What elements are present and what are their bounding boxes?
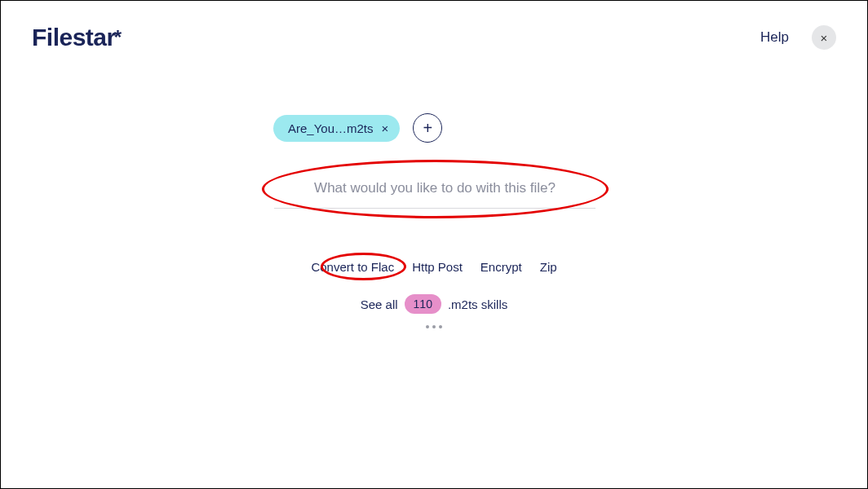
brand-star: * (114, 26, 122, 48)
skill-count-badge: 110 (405, 294, 441, 314)
command-input[interactable] (274, 170, 596, 209)
see-all-row[interactable]: See all 110 .m2ts skills (1, 294, 867, 314)
command-input-wrap (274, 170, 596, 209)
skill-encrypt[interactable]: Encrypt (480, 260, 522, 274)
skill-convert-to-flac[interactable]: Convert to Flac (311, 260, 394, 274)
close-button[interactable]: × (812, 25, 836, 50)
plus-icon: + (423, 119, 432, 138)
skill-http-post[interactable]: Http Post (412, 260, 463, 274)
see-all-suffix: .m2ts skills (448, 297, 507, 311)
file-chip-label: Are_You…m2ts (288, 121, 374, 135)
remove-file-icon[interactable]: × (382, 122, 389, 134)
help-link[interactable]: Help (760, 29, 789, 46)
loading-dots (1, 325, 867, 328)
dot-icon (426, 325, 429, 328)
close-icon: × (821, 31, 828, 45)
see-all-prefix: See all (361, 297, 398, 311)
brand-name: Filestar (32, 24, 116, 51)
header-right: Help × (760, 25, 836, 50)
dot-icon (432, 325, 436, 328)
skills-row: Convert to Flac Http Post Encrypt Zip (1, 260, 867, 274)
file-chips-row: Are_You…m2ts × + (273, 113, 442, 143)
brand-logo: Filestar* (32, 24, 122, 51)
dot-icon (439, 325, 442, 328)
skill-zip[interactable]: Zip (540, 260, 557, 274)
file-chip[interactable]: Are_You…m2ts × (273, 115, 400, 142)
add-file-button[interactable]: + (413, 113, 442, 143)
app-header: Filestar* Help × (1, 1, 867, 51)
